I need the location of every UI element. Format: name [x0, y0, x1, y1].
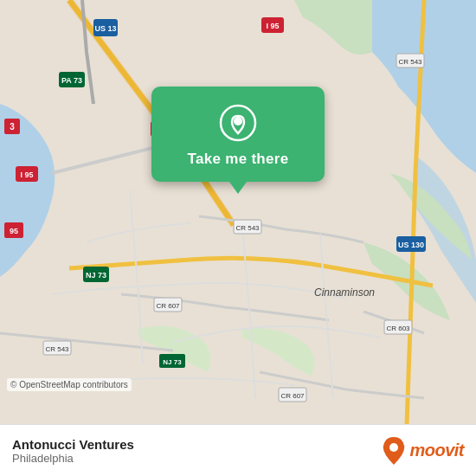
svg-text:CR 607: CR 607: [280, 392, 305, 400]
svg-text:I 95: I 95: [266, 22, 279, 30]
svg-point-20: [389, 443, 398, 452]
place-info: Antonucci Ventures Philadelphia: [12, 437, 382, 465]
svg-text:CR 543: CR 543: [398, 58, 422, 66]
svg-text:CR 543: CR 543: [235, 224, 260, 232]
svg-text:3: 3: [10, 122, 15, 132]
svg-text:NJ 73: NJ 73: [86, 271, 106, 280]
moovit-logo[interactable]: moovit: [382, 435, 464, 466]
svg-text:US 130: US 130: [398, 241, 424, 249]
copyright-notice: © OpenStreetMap contributors: [7, 378, 132, 391]
svg-text:US 13: US 13: [94, 24, 116, 33]
map-container: US 13 I 95 PA 73 I 95 I 95 3 I 95 95 NJ …: [0, 0, 476, 424]
place-name: Antonucci Ventures: [12, 437, 382, 452]
location-pin-icon: [219, 104, 257, 142]
svg-text:CR 607: CR 607: [156, 302, 180, 310]
svg-text:I 95: I 95: [20, 170, 33, 179]
city-label-cinnaminson: Cinnaminson: [314, 286, 375, 299]
bottom-bar: Antonucci Ventures Philadelphia moovit: [0, 424, 476, 476]
svg-text:NJ 73: NJ 73: [163, 358, 182, 366]
moovit-brand-text: moovit: [409, 441, 464, 460]
svg-text:PA 73: PA 73: [61, 76, 82, 85]
place-city: Philadelphia: [12, 452, 382, 465]
svg-text:CR 603: CR 603: [386, 325, 410, 332]
moovit-pin-icon: [382, 435, 406, 466]
take-me-there-button[interactable]: Take me there: [188, 151, 289, 168]
svg-text:CR 543: CR 543: [45, 345, 69, 353]
svg-text:95: 95: [10, 227, 18, 235]
svg-point-19: [234, 117, 242, 125]
map-svg: US 13 I 95 PA 73 I 95 I 95 3 I 95 95 NJ …: [0, 0, 476, 424]
popup-card: Take me there: [151, 87, 325, 182]
